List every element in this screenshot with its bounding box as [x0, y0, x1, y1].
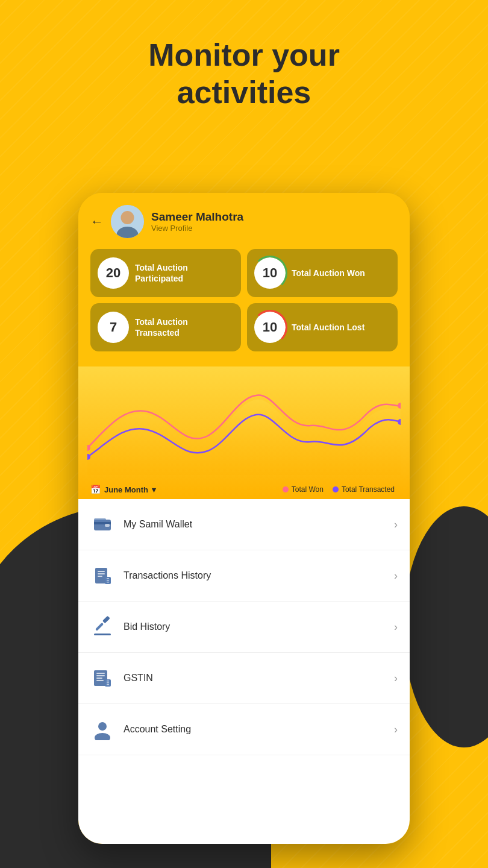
menu-item-account-setting[interactable]: Account Setting ›: [78, 704, 410, 755]
stat-lost: 10 Total Auction Lost: [247, 303, 398, 351]
activity-chart: [87, 373, 401, 475]
svg-rect-14: [98, 576, 102, 577]
menu-label-account-setting: Account Setting: [124, 724, 385, 735]
stat-circle-participated: 20: [98, 257, 129, 289]
stat-label-lost: Total Auction Lost: [292, 322, 364, 333]
chevron-right-icon: ›: [394, 621, 398, 634]
svg-point-4: [398, 403, 401, 409]
profile-info: Sameer Malhotra View Profile: [151, 210, 398, 233]
menu-item-bid-history[interactable]: Bid History ›: [78, 602, 410, 653]
dark-blob-right: [404, 506, 488, 747]
legend-dot-transacted: [333, 486, 339, 492]
stat-participated: 20 Total Auction Participated: [90, 249, 241, 297]
month-label: June Month: [104, 485, 148, 494]
view-profile-link[interactable]: View Profile: [151, 224, 398, 233]
bid-icon: [90, 615, 114, 639]
menu-label-bid-history: Bid History: [124, 621, 385, 632]
stat-circle-transacted: 7: [98, 312, 129, 343]
chart-footer: 📅 June Month ▾ Total Won Total Transacte…: [87, 477, 401, 498]
chevron-down-icon: ▾: [152, 485, 156, 494]
transactions-icon: [90, 564, 114, 588]
stat-transacted: 7 Total Auction Transacted: [90, 303, 241, 351]
svg-rect-26: [96, 680, 104, 681]
stat-label-transacted: Total Auction Transacted: [135, 316, 234, 338]
menu-label-gstin: GSTIN: [124, 673, 385, 684]
svg-rect-17: [107, 580, 109, 581]
stat-label-won: Total Auction Won: [292, 268, 365, 278]
svg-point-31: [98, 722, 107, 731]
chart-legend: Total Won Total Transacted: [280, 480, 398, 498]
avatar: [111, 205, 144, 238]
phone-frame: ← Sameer Malhotra View Profile: [78, 193, 410, 844]
chevron-right-icon: ›: [394, 672, 398, 685]
svg-rect-30: [107, 684, 109, 685]
svg-rect-24: [96, 675, 105, 676]
svg-point-32: [95, 733, 110, 740]
svg-point-1: [121, 211, 134, 224]
legend-total-transacted: Total Transacted: [333, 485, 395, 494]
svg-rect-25: [96, 678, 102, 679]
profile-header: ← Sameer Malhotra View Profile: [90, 205, 398, 238]
stat-won: 10 Total Auction Won: [247, 249, 398, 297]
back-button[interactable]: ←: [90, 214, 104, 230]
gstin-icon: [90, 666, 114, 690]
svg-rect-20: [102, 616, 110, 623]
wallet-icon: [90, 512, 114, 536]
svg-rect-28: [107, 681, 109, 682]
menu-item-transactions[interactable]: Transactions History ›: [78, 550, 410, 602]
stats-grid: 20 Total Auction Participated 10 Total A…: [90, 249, 398, 351]
account-icon: [90, 717, 114, 741]
stat-circle-lost: 10: [254, 312, 286, 343]
svg-rect-19: [94, 634, 111, 635]
svg-rect-23: [96, 673, 105, 674]
chevron-right-icon: ›: [394, 723, 398, 736]
svg-rect-10: [94, 518, 106, 521]
stat-circle-won: 10: [254, 257, 286, 289]
menu-section: My Samil Wallet ›: [78, 499, 410, 844]
chevron-right-icon: ›: [394, 570, 398, 582]
svg-rect-18: [107, 582, 109, 583]
legend-dot-won: [283, 486, 289, 492]
menu-item-wallet[interactable]: My Samil Wallet ›: [78, 499, 410, 550]
chart-section: 📅 June Month ▾ Total Won Total Transacte…: [78, 366, 410, 499]
month-selector[interactable]: 📅 June Month ▾: [90, 485, 156, 494]
svg-rect-9: [105, 524, 110, 527]
legend-total-won: Total Won: [283, 485, 324, 494]
svg-rect-21: [95, 623, 104, 631]
page-title: Monitor your activities: [0, 36, 488, 112]
svg-rect-16: [107, 578, 109, 579]
calendar-icon: 📅: [90, 485, 101, 494]
svg-rect-29: [107, 682, 109, 684]
header-section: Monitor your activities: [0, 0, 488, 112]
menu-item-gstin[interactable]: GSTIN ›: [78, 653, 410, 704]
menu-label-wallet: My Samil Wallet: [124, 519, 385, 530]
legend-transacted-label: Total Transacted: [342, 485, 395, 494]
phone-top-section: ← Sameer Malhotra View Profile: [78, 193, 410, 366]
phone-inner: ← Sameer Malhotra View Profile: [78, 193, 410, 844]
svg-rect-12: [98, 571, 105, 572]
chevron-right-icon: ›: [394, 518, 398, 531]
menu-label-transactions: Transactions History: [124, 570, 385, 581]
svg-rect-13: [98, 573, 105, 574]
stat-label-participated: Total Auction Participated: [135, 262, 234, 284]
legend-won-label: Total Won: [292, 485, 324, 494]
profile-name: Sameer Malhotra: [151, 210, 398, 224]
